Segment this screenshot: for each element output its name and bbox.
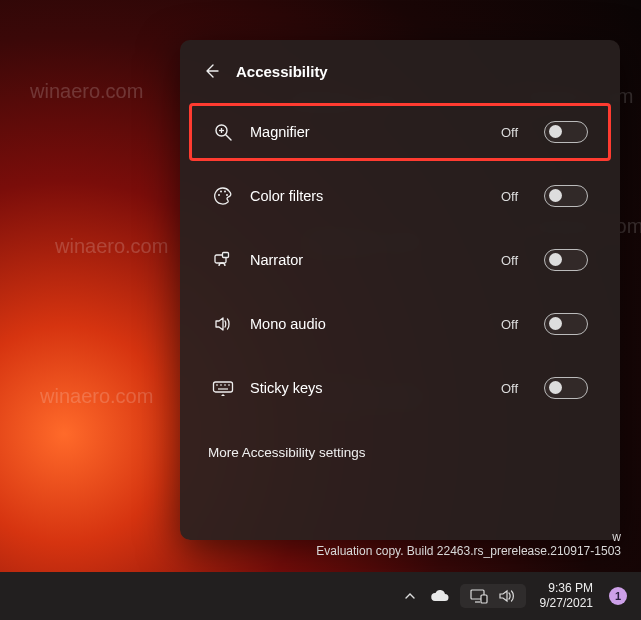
svg-rect-9 (223, 253, 229, 258)
row-narrator[interactable]: Narrator Off (192, 231, 608, 289)
toggle-mono-audio[interactable] (544, 313, 588, 335)
magnifier-icon (212, 121, 234, 143)
watermark: winaero.com (30, 80, 143, 103)
toggle-knob (549, 189, 562, 202)
network-icon (470, 588, 488, 604)
tray-network-volume[interactable] (460, 584, 526, 608)
volume-icon (498, 588, 516, 604)
tray-onedrive[interactable] (426, 576, 452, 616)
row-state: Off (501, 253, 518, 268)
row-label: Color filters (250, 188, 485, 204)
taskbar: 9:36 PM 9/27/2021 1 (0, 572, 641, 620)
taskbar-clock[interactable]: 9:36 PM 9/27/2021 (534, 581, 599, 611)
clock-time: 9:36 PM (540, 581, 593, 596)
svg-rect-18 (481, 595, 487, 603)
clock-date: 9/27/2021 (540, 596, 593, 611)
toggle-knob (549, 125, 562, 138)
cloud-icon (429, 589, 449, 603)
tray-overflow-button[interactable] (398, 576, 422, 616)
watermark: winaero.com (40, 385, 153, 408)
toggle-narrator[interactable] (544, 249, 588, 271)
row-label: Magnifier (250, 124, 485, 140)
palette-icon (212, 185, 234, 207)
toggle-knob (549, 253, 562, 266)
evaluation-watermark: w Evaluation copy. Build 22463.rs_prerel… (316, 530, 621, 558)
panel-header: Accessibility (180, 54, 620, 100)
toggle-knob (549, 381, 562, 394)
eval-line-2: Evaluation copy. Build 22463.rs_prerelea… (316, 544, 621, 558)
row-label: Sticky keys (250, 380, 485, 396)
keyboard-icon (212, 377, 234, 399)
svg-point-4 (218, 194, 220, 196)
row-state: Off (501, 381, 518, 396)
svg-point-7 (226, 194, 228, 196)
toggle-sticky-keys[interactable] (544, 377, 588, 399)
toggle-magnifier[interactable] (544, 121, 588, 143)
row-label: Mono audio (250, 316, 485, 332)
speaker-icon (212, 313, 234, 335)
row-magnifier[interactable]: Magnifier Off (189, 103, 611, 161)
row-mono-audio[interactable]: Mono audio Off (192, 295, 608, 353)
watermark: winaero.com (55, 235, 168, 258)
notification-badge[interactable]: 1 (609, 587, 627, 605)
eval-line-1: w (316, 530, 621, 544)
row-state: Off (501, 189, 518, 204)
toggle-knob (549, 317, 562, 330)
panel-title: Accessibility (236, 63, 328, 80)
svg-line-1 (226, 135, 231, 140)
back-button[interactable] (200, 60, 222, 82)
narrator-icon (212, 249, 234, 271)
svg-rect-10 (214, 382, 233, 392)
row-label: Narrator (250, 252, 485, 268)
row-sticky-keys[interactable]: Sticky keys Off (192, 359, 608, 417)
accessibility-panel: Accessibility Magnifier Off Color filter… (180, 40, 620, 540)
chevron-up-icon (404, 590, 416, 602)
more-accessibility-link[interactable]: More Accessibility settings (180, 423, 620, 482)
svg-point-5 (220, 191, 222, 193)
svg-point-6 (224, 191, 226, 193)
toggle-color-filters[interactable] (544, 185, 588, 207)
row-state: Off (501, 317, 518, 332)
row-state: Off (501, 125, 518, 140)
back-arrow-icon (203, 63, 219, 79)
row-color-filters[interactable]: Color filters Off (192, 167, 608, 225)
